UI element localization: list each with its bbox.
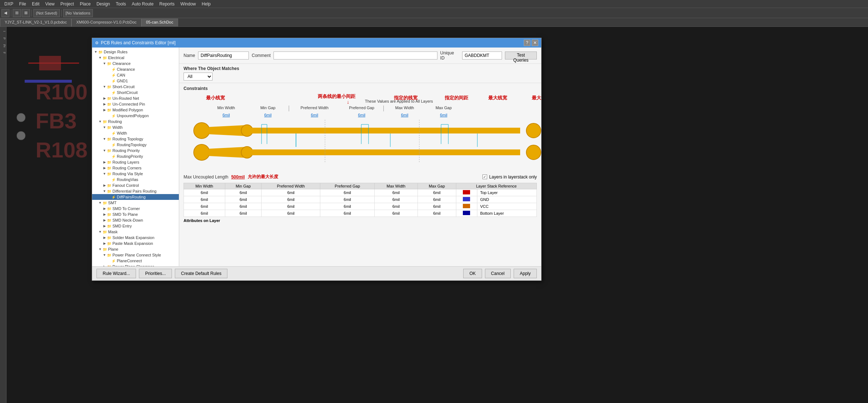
tab-2[interactable]: 05-can.SchDoc: [141, 18, 178, 26]
tree-label-36: PlaneConnect: [117, 259, 142, 263]
tree-item-2[interactable]: ▼📁Clearance: [92, 61, 179, 66]
test-queries-button[interactable]: Test Queries: [505, 52, 537, 59]
toolbar-btn-1[interactable]: ◀: [1, 9, 9, 17]
svg-marker-10: [209, 125, 245, 136]
menu-file[interactable]: File: [16, 1, 29, 7]
tree-label-13: Width: [112, 125, 123, 129]
comment-input[interactable]: [273, 52, 437, 59]
menu-tools[interactable]: Tools: [113, 1, 129, 7]
tab-0[interactable]: YJYZ_ST-LINK_V2-1_V1.0.pcbdoc: [0, 18, 71, 26]
menu-reports[interactable]: Reports: [156, 1, 177, 7]
tree-item-21[interactable]: ▼📁Routing Via Style: [92, 171, 179, 177]
create-default-rules-button[interactable]: Create Default Rules: [175, 269, 227, 278]
rule-wizard-button[interactable]: Rule Wizard...: [96, 269, 136, 278]
tree-item-33[interactable]: ▶📁Paste Mask Expansion: [92, 240, 179, 246]
dialog-close-btn[interactable]: ✕: [532, 40, 538, 46]
priorities-button[interactable]: Priorities...: [139, 269, 172, 278]
tree-item-12[interactable]: ▼📁Routing: [92, 119, 179, 124]
menu-edit[interactable]: Edit: [29, 1, 42, 7]
menu-window[interactable]: Window: [177, 1, 199, 7]
dialog-help-btn[interactable]: ?: [524, 40, 530, 46]
max-uncoupled-value[interactable]: 500mil: [231, 174, 244, 180]
tree-item-36[interactable]: ⚡PlaneConnect: [92, 258, 179, 264]
tree-item-14[interactable]: ⚡Width: [92, 130, 179, 136]
val-max-width[interactable]: 6mil: [384, 113, 425, 117]
tree-item-18[interactable]: ⚡RoutingPriority: [92, 153, 179, 159]
attr-cell-0-3: 6mil: [320, 189, 374, 196]
menu-help[interactable]: Help: [199, 1, 214, 7]
tree-label-15: Routing Topology: [112, 137, 143, 141]
tree-item-9[interactable]: ▶📁Un-Connected Pin: [92, 101, 179, 107]
tree-item-27[interactable]: ▶📁SMD To Corner: [92, 206, 179, 211]
attr-cell-2-5: 6mil: [417, 203, 456, 210]
menu-place[interactable]: Place: [77, 1, 94, 7]
tree-expand-19: ▶: [102, 160, 107, 164]
layerstack-checkbox[interactable]: [482, 174, 487, 179]
tree-expand-3: [107, 67, 111, 71]
tree-item-37[interactable]: ▶📁Power Plane Clearance: [92, 264, 179, 266]
tree-item-8[interactable]: ▶📁Un-Routed Net: [92, 95, 179, 101]
ok-button[interactable]: OK: [463, 269, 482, 278]
tree-item-17[interactable]: ▼📁Routing Priority: [92, 148, 179, 153]
toolbar-btn-2[interactable]: ⊞: [13, 9, 21, 17]
tree-item-10[interactable]: ▶📁Modified Polygon: [92, 107, 179, 113]
val-pref-gap[interactable]: 6mil: [340, 113, 383, 117]
tree-item-24[interactable]: ▼📁Differential Pairs Routing: [92, 188, 179, 194]
attr-cell-1-2: 6mil: [262, 196, 320, 203]
tree-item-13[interactable]: ▼📁Width: [92, 124, 179, 130]
toolbar-btn-3[interactable]: ⊠: [22, 9, 30, 17]
tree-item-1[interactable]: ▼📁Electrical: [92, 55, 179, 61]
layer-name-3: Bottom Layer: [477, 210, 536, 217]
project-icon[interactable]: Pr: [0, 43, 6, 49]
no-variations-btn[interactable]: [No Variations: [63, 9, 93, 17]
val-pref-width[interactable]: 6mil: [289, 113, 340, 117]
apply-button[interactable]: Apply: [514, 269, 537, 278]
tree-item-34[interactable]: ▼📁Plane: [92, 246, 179, 252]
menu-project[interactable]: Project: [58, 1, 77, 7]
tree-icon-6: 📁: [107, 84, 112, 89]
tree-item-20[interactable]: ▶📁Routing Corners: [92, 165, 179, 171]
tree-item-7[interactable]: ⚡ShortCircuit: [92, 90, 179, 95]
tree-item-4[interactable]: ⚡CAN: [92, 72, 179, 78]
not-saved-btn[interactable]: (Not Saved): [33, 9, 60, 17]
menu-auto-route[interactable]: Auto Route: [129, 1, 156, 7]
tree-item-22[interactable]: ⚡RoutingVias: [92, 177, 179, 182]
tree-item-28[interactable]: ▶📁SMD To Plane: [92, 211, 179, 217]
favorites-icon[interactable]: F: [0, 50, 6, 56]
menu-dxp[interactable]: DXP: [1, 1, 16, 7]
val-min-width[interactable]: 6mil: [205, 113, 247, 117]
cancel-button[interactable]: Cancel: [485, 269, 511, 278]
zh-max-length: 允许的最大长度: [248, 174, 278, 180]
tree-item-29[interactable]: ▶📁SMD Neck-Down: [92, 217, 179, 223]
tree-item-35[interactable]: ▼📁Power Plane Connect Style: [92, 252, 179, 258]
tree-item-3[interactable]: ⚡Clearance: [92, 66, 179, 72]
tree-item-32[interactable]: ▶📁Solder Mask Expansion: [92, 235, 179, 240]
pcb-icon[interactable]: P: [0, 36, 6, 41]
name-input[interactable]: [198, 52, 249, 59]
tree-item-15[interactable]: ▼📁Routing Topology: [92, 136, 179, 142]
tree-item-11[interactable]: ⚡UnpouredPolygon: [92, 113, 179, 119]
tab-1[interactable]: XM600-Compressor-V1.0.PcbDoc: [71, 18, 141, 26]
tree-item-0[interactable]: ▼📁Design Rules: [92, 49, 179, 55]
unique-id-input[interactable]: [462, 52, 502, 59]
menu-view[interactable]: View: [42, 1, 58, 7]
tree-item-26[interactable]: ▼📁SMT: [92, 200, 179, 206]
inspector-icon[interactable]: I: [0, 28, 6, 34]
tree-item-16[interactable]: ⚡RoutingTopology: [92, 142, 179, 148]
col-max-width: Max Width: [384, 106, 425, 111]
attr-cell-2-3: 6mil: [320, 203, 374, 210]
tree-item-5[interactable]: ⚡GND1: [92, 78, 179, 84]
tree-item-19[interactable]: ▶📁Routing Layers: [92, 159, 179, 165]
menu-design[interactable]: Design: [94, 1, 113, 7]
tree-item-6[interactable]: ▼📁Short-Circuit: [92, 84, 179, 90]
tree-item-25[interactable]: ⚡DiffPairsRouting: [92, 194, 179, 200]
tree-item-30[interactable]: ▶📁SMD Entry: [92, 223, 179, 229]
tree-expand-26: ▼: [98, 201, 102, 205]
tree-item-23[interactable]: ▶📁Fanout Control: [92, 182, 179, 188]
where-select[interactable]: All: [184, 73, 213, 81]
tree-label-23: Fanout Control: [112, 183, 139, 188]
val-min-gap[interactable]: 6mil: [247, 113, 289, 117]
col-headers: Min Width Min Gap Preferred Width Prefer…: [205, 106, 462, 111]
tree-item-31[interactable]: ▼📁Mask: [92, 229, 179, 235]
val-max-gap[interactable]: 6mil: [425, 113, 462, 117]
